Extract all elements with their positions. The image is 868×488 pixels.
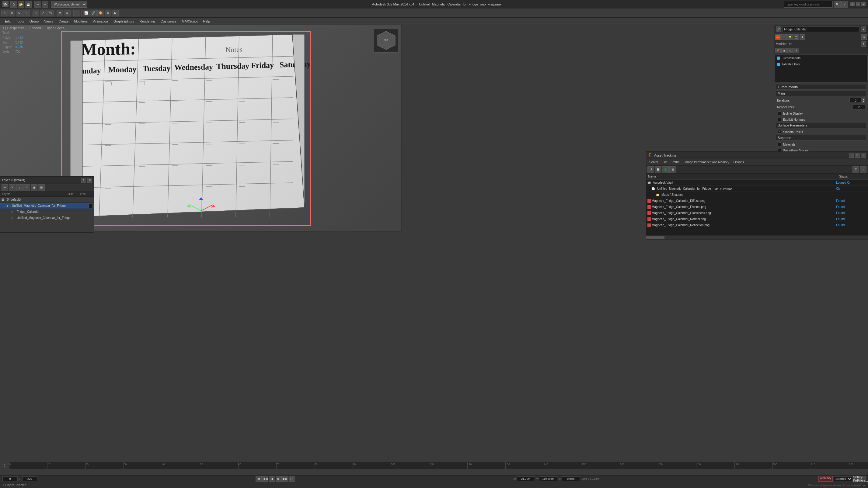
select-layer-btn[interactable]: ✓ xyxy=(24,184,30,191)
asset-refresh-btn[interactable]: ↺ xyxy=(647,166,654,173)
make-unique-btn[interactable]: ⬡ xyxy=(787,48,793,53)
move-btn[interactable]: ✥ xyxy=(8,10,15,17)
asset-row-diffuse[interactable]: Magnetic_Fridge_Calendar_Diffuse.png Fou… xyxy=(646,198,868,204)
asset-minimize-btn[interactable]: ─ xyxy=(849,153,854,158)
select-btn[interactable]: ↖ xyxy=(1,10,8,17)
menu-maxscript[interactable]: MAXScript xyxy=(180,18,200,25)
help-btn[interactable]: ? xyxy=(841,1,848,8)
y-coord-input[interactable] xyxy=(539,477,557,481)
key-filters-btn[interactable]: Key Filters... xyxy=(860,476,866,482)
close-btn[interactable]: ✕ xyxy=(861,2,866,6)
add-to-layer-btn[interactable]: ↓ xyxy=(16,184,23,191)
asset-row-maps[interactable]: 📁 Maps / Shaders xyxy=(646,192,868,198)
menu-rendering[interactable]: Rendering xyxy=(137,18,158,25)
asset-row-glossiness[interactable]: Magnetic_Fridge_Calendar_Glossiness.png … xyxy=(646,210,868,216)
merge-layer-btn[interactable]: ⊞ xyxy=(38,184,45,191)
layers-close-btn[interactable]: ✕ xyxy=(87,178,92,183)
asset-menu-server[interactable]: Server xyxy=(647,160,660,164)
render-btn[interactable]: ▶ xyxy=(112,10,119,17)
layers-help-btn[interactable]: ? xyxy=(81,178,86,183)
asset-row-maxfile[interactable]: 📄 Unfilled_Magnetic_Calendar_for_Fridge_… xyxy=(646,186,868,192)
search-btn[interactable]: 🔍 xyxy=(834,1,841,8)
asset-restore-btn[interactable]: □ xyxy=(855,153,860,158)
mod-icon-helper[interactable]: ✚ xyxy=(800,34,805,40)
snap-btn[interactable]: ⊞ xyxy=(33,10,39,17)
timeline-track[interactable]: 0102030405060708090100110120130140150160… xyxy=(9,462,868,469)
asset-row-reflection[interactable]: Magnetic_Fridge_Calendar_Reflection.png … xyxy=(646,222,868,228)
layer-row-default[interactable]: ☰ 0 (default) xyxy=(0,197,94,203)
asset-menu-options[interactable]: Options xyxy=(732,160,746,164)
delete-layer-btn[interactable]: ✕ xyxy=(9,184,16,191)
ts-smooth-result-checkbox[interactable] xyxy=(778,130,781,134)
asset-transfer-btn[interactable]: → xyxy=(860,166,866,173)
ts-iterations-spinner[interactable]: ▲▼ xyxy=(862,98,865,103)
new-layer-btn[interactable]: + xyxy=(2,184,8,191)
undo-btn[interactable]: ↩ xyxy=(34,1,41,8)
ts-isoline-checkbox[interactable] xyxy=(778,111,781,115)
menu-graph-editors[interactable]: Graph Editors xyxy=(111,18,136,25)
mod-icon-cam[interactable]: 📷 xyxy=(794,34,799,40)
maximize-btn[interactable]: □ xyxy=(856,2,860,6)
highlight-layer-btn[interactable]: ◉ xyxy=(31,184,37,191)
menu-edit[interactable]: Edit xyxy=(2,18,13,25)
menu-views[interactable]: Views xyxy=(42,18,55,25)
modifier-list-dropdown[interactable]: ▼ xyxy=(861,41,866,47)
render-setup-btn[interactable]: ⚙ xyxy=(105,10,111,17)
next-frame-btn[interactable]: ▶▶ xyxy=(282,476,288,482)
percent-snap-btn[interactable]: % xyxy=(47,10,54,17)
prev-key-btn[interactable]: ◀◀ xyxy=(262,476,268,482)
asset-row-normal[interactable]: Magnetic_Fridge_Calendar_Normal.png Foun… xyxy=(646,216,868,222)
minimize-btn[interactable]: ─ xyxy=(850,2,855,6)
asset-scroll-thumb[interactable] xyxy=(646,236,664,239)
go-end-btn[interactable]: ⏭ xyxy=(289,476,295,482)
pin-btn[interactable]: 📌 xyxy=(776,27,781,32)
asset-menu-file[interactable]: File xyxy=(660,160,669,164)
show-result-btn[interactable]: ◉ xyxy=(781,48,787,53)
asset-scrollbar-h[interactable] xyxy=(646,235,868,239)
remove-mod-btn[interactable]: ✕ xyxy=(794,48,799,53)
asset-help-btn[interactable]: ? xyxy=(852,166,859,173)
play-btn[interactable]: ▶ xyxy=(276,476,282,482)
asset-menu-bitmap[interactable]: Bitmap Performance and Memory xyxy=(682,160,731,164)
open-btn[interactable]: 📂 xyxy=(18,1,24,8)
object-name-field[interactable] xyxy=(782,27,860,32)
menu-customize[interactable]: Customize xyxy=(158,18,179,25)
curve-editor-btn[interactable]: 📈 xyxy=(83,10,89,17)
timeline-scroll-area[interactable]: 0 01020304050607080901001101201301401501… xyxy=(0,462,868,469)
asset-table-btn[interactable]: ⊞ xyxy=(669,166,676,173)
pin-stack-btn[interactable]: 📌 xyxy=(775,48,781,53)
asset-list-btn[interactable]: ☰ xyxy=(655,166,661,173)
mod-icon-shape[interactable]: □ xyxy=(781,34,787,40)
align-btn[interactable]: ≡ xyxy=(64,10,70,17)
menu-animation[interactable]: Animation xyxy=(91,18,111,25)
angle-snap-btn[interactable]: ∠ xyxy=(40,10,46,17)
layer-row-unfilled[interactable]: ◈ Unfilled_Magnetic_Calendar_for_Fridge xyxy=(0,203,94,209)
asset-tree-btn[interactable]: 🌲 xyxy=(662,166,669,173)
ts-render-iters-input[interactable] xyxy=(853,105,865,109)
menu-create[interactable]: Create xyxy=(56,18,71,25)
mod-panel-close[interactable]: ✕ xyxy=(861,34,867,40)
menu-tools[interactable]: Tools xyxy=(14,18,27,25)
new-btn[interactable]: 🗋 xyxy=(10,1,17,8)
search-input[interactable] xyxy=(784,1,833,8)
prev-frame-btn[interactable]: ◀ xyxy=(269,476,275,482)
menu-modifiers[interactable]: Modifiers xyxy=(71,18,90,25)
layer-row-unfilled2[interactable]: △ Unfilled_Magnetic_Calendar_for_Fridge xyxy=(0,215,94,221)
save-btn[interactable]: 💾 xyxy=(25,1,32,8)
mod-icon-light[interactable]: 💡 xyxy=(787,34,793,40)
ts-explicit-normals-checkbox[interactable] xyxy=(778,118,781,121)
layer-cb1[interactable] xyxy=(89,204,93,208)
total-frames-input[interactable] xyxy=(22,477,37,481)
modifier-entry-turbosmooth[interactable]: TurboSmooth xyxy=(775,55,867,61)
asset-close-btn[interactable]: ✕ xyxy=(861,153,866,158)
view-cube[interactable]: 3D xyxy=(374,28,398,53)
modifier-entry-editpoly[interactable]: Editable Poly xyxy=(775,61,867,67)
workspace-select[interactable]: Workspace: Default xyxy=(51,1,87,8)
scale-btn[interactable]: ⤡ xyxy=(23,10,30,17)
current-frame-input[interactable] xyxy=(2,477,18,481)
mod-icon-color[interactable]: ● xyxy=(775,34,781,40)
go-start-btn[interactable]: ⏮ xyxy=(255,476,262,482)
mirror-btn[interactable]: ⇄ xyxy=(57,10,63,17)
autokey-btn[interactable]: Auto Key xyxy=(818,476,833,482)
ts-materials-checkbox[interactable] xyxy=(778,142,781,146)
